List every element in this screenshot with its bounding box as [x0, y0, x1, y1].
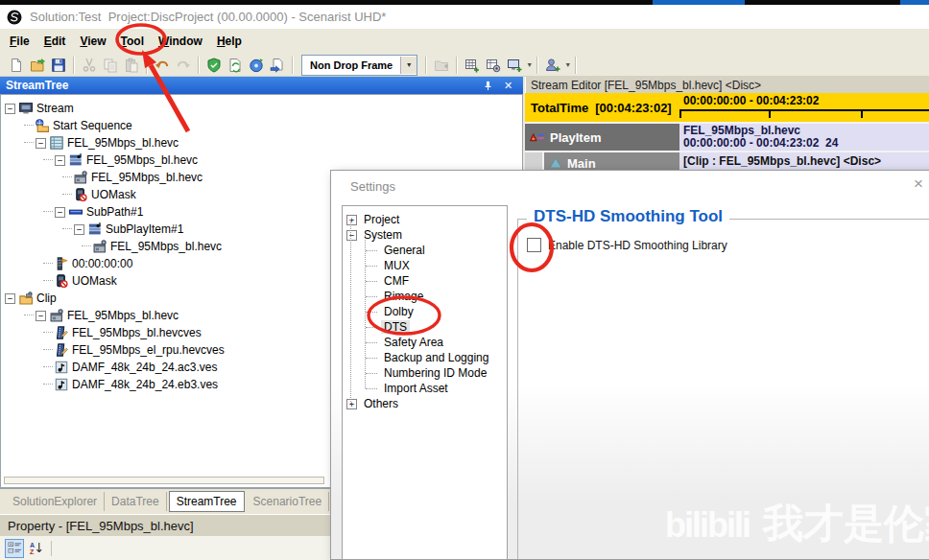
collapse-icon[interactable]: −: [55, 155, 65, 166]
property-panel-title: Property - [FEL_95Mbps_bl.hevc]: [8, 519, 194, 533]
tab-datatree[interactable]: DataTree: [105, 492, 167, 511]
settings-tree-item-system[interactable]: −System: [343, 227, 507, 243]
tree-item-label: FEL_95Mbps_bl.hevc: [91, 171, 202, 184]
menu-tool[interactable]: Tool: [121, 35, 144, 48]
tree-connector: [365, 235, 366, 388]
settings-tree-item-dolby[interactable]: Dolby: [343, 304, 507, 319]
playlist-icon: [50, 136, 63, 150]
tree-item-fel-95mbps-bl-hevc[interactable]: −FEL_95Mbps_bl.hevc: [1, 134, 522, 152]
menu-window[interactable]: Window: [158, 35, 202, 48]
tree-item-label: FEL_95Mbps_bl.hevc: [67, 136, 179, 150]
total-time-row[interactable]: TotalTime [00:04:23:02] 00:00:00:00 - 00…: [525, 93, 929, 124]
horizontal-scrollbar[interactable]: [4, 477, 324, 484]
settings-tree-item-label: Rimage: [381, 290, 426, 303]
play-item-label: PlayItem: [550, 130, 601, 145]
sort-alphabetical-icon[interactable]: AZ: [27, 540, 44, 557]
tree-item-label: 00:00:00:00: [72, 257, 132, 270]
table-settings-icon[interactable]: [485, 57, 502, 73]
menu-view[interactable]: View: [80, 35, 106, 48]
collapse-icon[interactable]: −: [346, 230, 357, 241]
tab-streamtree[interactable]: StreamTree: [169, 491, 245, 512]
settings-tree-item-label: Numbering ID Mode: [381, 366, 489, 380]
add-user-icon[interactable]: [544, 57, 561, 73]
clip-ref-icon: [50, 309, 63, 322]
timeline[interactable]: 00:00:00:00 - 00:04:23:02: [679, 93, 929, 122]
collapse-icon[interactable]: −: [5, 104, 15, 114]
settings-tree-item-backup-and-logging[interactable]: Backup and Logging: [343, 350, 507, 365]
enable-smoothing-option[interactable]: Enable DTS-HD Smoothing Library: [527, 238, 727, 252]
expand-icon[interactable]: +: [346, 399, 357, 409]
render-page-icon[interactable]: [226, 57, 244, 73]
open-file-icon[interactable]: [29, 57, 46, 73]
burn-disc-icon[interactable]: [248, 57, 265, 73]
add-monitor-icon[interactable]: [506, 57, 523, 73]
playitem-icon: [88, 222, 102, 236]
playitem-icon: [69, 153, 83, 167]
menu-file[interactable]: File: [10, 35, 30, 48]
import-stream-icon[interactable]: [269, 57, 286, 73]
stream-tree-panel-title: StreamTree: [6, 79, 68, 92]
menu-edit[interactable]: Edit: [44, 35, 66, 48]
dts-hd-smoothing-groupbox: DTS-HD Smoothing Tool Enable DTS-HD Smoo…: [517, 219, 929, 559]
pin-icon[interactable]: [481, 79, 495, 92]
menu-help[interactable]: Help: [217, 35, 242, 48]
play-item-row[interactable]: PlayItem FEL_95Mbps_bl.hevc 00:00:00:00 …: [525, 124, 929, 152]
collapse-icon[interactable]: −: [74, 224, 84, 235]
audio-ves-icon: [55, 361, 68, 374]
scenarist-logo-icon: [7, 10, 22, 25]
collapse-icon[interactable]: −: [55, 207, 65, 218]
window-title: Solution:Test Project:DiscProject (00.00…: [30, 10, 386, 24]
settings-tree-item-dts[interactable]: DTS: [343, 319, 507, 335]
tab-solutionexplorer[interactable]: SolutionExplorer: [6, 492, 105, 511]
tab-scenariotree[interactable]: ScenarioTree: [247, 492, 330, 511]
expand-icon[interactable]: +: [346, 215, 357, 225]
settings-tree-item-label: Project: [361, 213, 402, 226]
settings-tree-item-label: CMF: [381, 274, 412, 288]
stream-tree-panel-header[interactable]: StreamTree ✕: [0, 77, 523, 94]
clip-ref-icon: [74, 171, 87, 184]
settings-tree-item-project[interactable]: +Project: [343, 212, 507, 227]
cut-icon: [81, 57, 98, 73]
tree-item-fel-95mbps-bl-hevc[interactable]: −FEL_95Mbps_bl.hevc: [1, 152, 522, 169]
categorized-view-icon[interactable]: [5, 539, 24, 558]
chevron-down-icon[interactable]: ▼: [400, 57, 417, 74]
property-toolbar: AZ: [0, 536, 331, 560]
tree-item-start-sequence[interactable]: Start Sequence: [1, 117, 522, 134]
settings-tree-item-rimage[interactable]: Rimage: [343, 289, 507, 304]
settings-tree-item-label: System: [361, 228, 405, 242]
enable-smoothing-checkbox[interactable]: [527, 238, 541, 252]
collapse-icon[interactable]: −: [36, 311, 46, 321]
frame-rate-dropdown[interactable]: Non Drop Frame▼: [301, 55, 417, 76]
settings-dialog: Settings × +Project−SystemGeneralMUXCMFR…: [330, 170, 929, 560]
settings-tree-item-others[interactable]: +Others: [343, 396, 507, 411]
settings-tree-item-label: DTS: [381, 320, 410, 334]
settings-tree-item-safety-area[interactable]: Safety Area: [343, 335, 507, 350]
play-item-info-cell[interactable]: FEL_95Mbps_bl.hevc 00:00:00:00 - 00:04:2…: [679, 124, 929, 151]
uomask-icon: [55, 274, 68, 288]
settings-tree-item-general[interactable]: General: [343, 243, 507, 258]
tree-connector: [24, 125, 34, 127]
play-item-label-cell: PlayItem: [525, 124, 679, 151]
add-table-icon[interactable]: [464, 57, 481, 73]
dialog-close-icon[interactable]: ×: [909, 175, 928, 194]
tree-connector: [43, 332, 53, 334]
settings-tree-item-numbering-id-mode[interactable]: Numbering ID Mode: [343, 365, 507, 381]
toolbar-separator: [456, 57, 458, 74]
close-icon[interactable]: ✕: [501, 79, 515, 92]
video-ves-icon: [55, 326, 68, 339]
collapse-icon[interactable]: −: [5, 293, 15, 304]
undo-icon[interactable]: [154, 57, 171, 73]
play-item-range: 00:00:00:00 - 00:04:23:02 24: [683, 137, 929, 150]
dropdown-caret-icon[interactable]: ▼: [564, 61, 571, 68]
verify-shield-icon[interactable]: [205, 57, 223, 73]
collapse-icon[interactable]: −: [36, 138, 46, 149]
toolbar-separator: [536, 57, 538, 74]
settings-tree-item-label: Others: [361, 397, 401, 410]
settings-tree-item-cmf[interactable]: CMF: [343, 273, 507, 289]
new-file-icon[interactable]: [8, 57, 25, 73]
dropdown-caret-icon[interactable]: ▼: [526, 61, 533, 68]
settings-tree-item-import-asset[interactable]: Import Asset: [343, 381, 507, 396]
save-file-icon[interactable]: [50, 57, 67, 73]
tree-item-stream[interactable]: −Stream: [1, 100, 522, 117]
settings-tree-item-mux[interactable]: MUX: [343, 258, 507, 273]
